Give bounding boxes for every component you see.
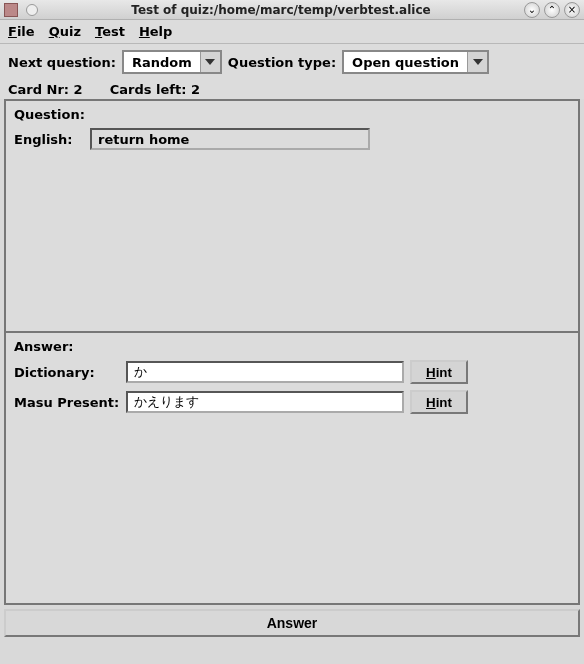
chevron-down-icon	[200, 52, 220, 72]
menubar: File Quiz Test Help	[0, 20, 584, 44]
answer-button[interactable]: Answer	[4, 609, 580, 637]
minimize-button[interactable]: ⌄	[524, 2, 540, 18]
english-value: return home	[90, 128, 370, 150]
question-panel: Question: English: return home	[4, 99, 580, 333]
card-nr-value: 2	[74, 82, 83, 97]
maximize-button[interactable]: ⌃	[544, 2, 560, 18]
app-icon	[4, 3, 18, 17]
menu-file[interactable]: File	[8, 24, 35, 39]
masu-input[interactable]	[126, 391, 404, 413]
next-question-combo[interactable]: Random	[122, 50, 222, 74]
close-button[interactable]: ×	[564, 2, 580, 18]
answer-panel: Answer: Dictionary: Hint Masu Present: H…	[4, 333, 580, 605]
chevron-down-icon	[467, 52, 487, 72]
window-controls: ⌄ ⌃ ×	[524, 2, 580, 18]
hint-button-dictionary[interactable]: Hint	[410, 360, 468, 384]
card-nr-label: Card Nr:	[8, 82, 69, 97]
english-label: English:	[14, 132, 84, 147]
question-type-label: Question type:	[228, 55, 336, 70]
next-question-label: Next question:	[8, 55, 116, 70]
masu-label: Masu Present:	[14, 395, 120, 410]
menu-quiz[interactable]: Quiz	[49, 24, 81, 39]
menu-help[interactable]: Help	[139, 24, 172, 39]
titlebar: Test of quiz:/home/marc/temp/verbtest.al…	[0, 0, 584, 20]
answer-heading: Answer:	[14, 339, 570, 354]
question-heading: Question:	[14, 107, 570, 122]
dictionary-input[interactable]	[126, 361, 404, 383]
question-type-value: Open question	[344, 52, 467, 72]
cards-left-value: 2	[191, 82, 200, 97]
next-question-value: Random	[124, 52, 200, 72]
status-bar: Card Nr: 2 Cards left: 2	[0, 80, 584, 99]
cards-left-label: Cards left:	[110, 82, 187, 97]
dictionary-label: Dictionary:	[14, 365, 120, 380]
toolbar: Next question: Random Question type: Ope…	[0, 44, 584, 80]
question-type-combo[interactable]: Open question	[342, 50, 489, 74]
aux-icon	[26, 4, 38, 16]
hint-button-masu[interactable]: Hint	[410, 390, 468, 414]
window-title: Test of quiz:/home/marc/temp/verbtest.al…	[38, 3, 524, 17]
menu-test[interactable]: Test	[95, 24, 125, 39]
